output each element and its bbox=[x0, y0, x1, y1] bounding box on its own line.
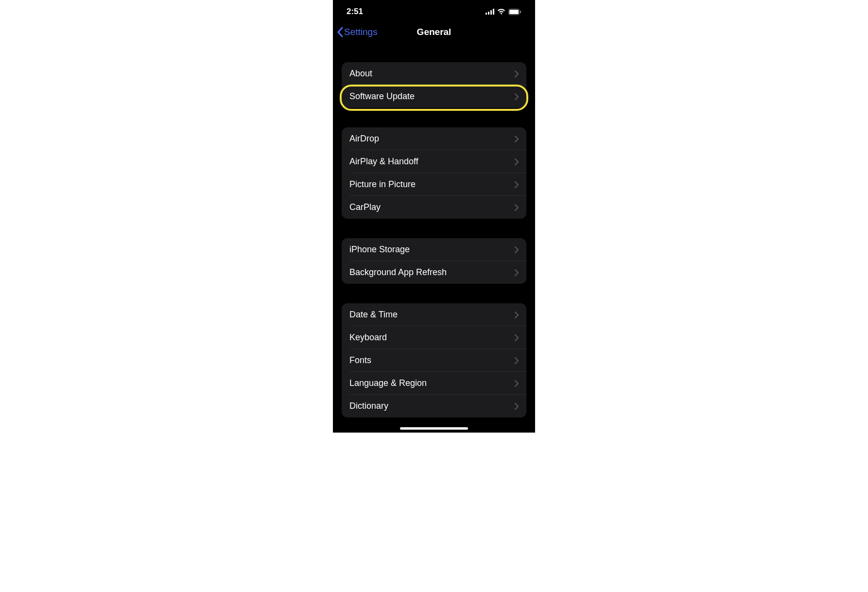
chevron-right-icon bbox=[515, 136, 519, 142]
row-label: Fonts bbox=[349, 355, 371, 366]
status-bar: 2:51 bbox=[333, 0, 535, 21]
phone-frame: 2:51 bbox=[333, 0, 535, 433]
row-label: CarPlay bbox=[349, 202, 381, 212]
chevron-right-icon bbox=[515, 269, 519, 276]
svg-rect-5 bbox=[509, 10, 519, 14]
settings-row-airdrop[interactable]: AirDrop bbox=[342, 127, 526, 150]
row-label: Dictionary bbox=[349, 401, 388, 411]
row-label: AirDrop bbox=[349, 134, 379, 144]
settings-row-software-update[interactable]: Software Update bbox=[342, 85, 526, 108]
settings-row-fonts[interactable]: Fonts bbox=[342, 349, 526, 372]
settings-row-carplay[interactable]: CarPlay bbox=[342, 196, 526, 219]
chevron-right-icon bbox=[515, 158, 519, 165]
nav-bar: Settings General bbox=[333, 21, 535, 43]
settings-row-language-region[interactable]: Language & Region bbox=[342, 372, 526, 395]
svg-rect-2 bbox=[490, 10, 492, 15]
chevron-right-icon bbox=[515, 181, 519, 188]
svg-rect-1 bbox=[488, 12, 489, 15]
row-label: Language & Region bbox=[349, 378, 427, 388]
cellular-signal-icon bbox=[486, 9, 494, 15]
back-label: Settings bbox=[344, 27, 378, 37]
row-label: Software Update bbox=[349, 91, 415, 102]
settings-row-dictionary[interactable]: Dictionary bbox=[342, 395, 526, 418]
settings-row-date-time[interactable]: Date & Time bbox=[342, 303, 526, 326]
settings-group: About Software Update bbox=[342, 62, 526, 108]
row-label: About bbox=[349, 69, 372, 79]
row-label: Background App Refresh bbox=[349, 267, 447, 278]
row-label: iPhone Storage bbox=[349, 244, 410, 255]
settings-row-iphone-storage[interactable]: iPhone Storage bbox=[342, 238, 526, 261]
wifi-icon bbox=[497, 9, 505, 15]
settings-row-airplay-handoff[interactable]: AirPlay & Handoff bbox=[342, 150, 526, 173]
svg-rect-0 bbox=[486, 13, 487, 15]
battery-icon bbox=[508, 9, 521, 15]
chevron-right-icon bbox=[515, 403, 519, 410]
chevron-right-icon bbox=[515, 312, 519, 318]
back-button[interactable]: Settings bbox=[337, 27, 378, 37]
settings-group: iPhone Storage Background App Refresh bbox=[342, 238, 526, 284]
chevron-right-icon bbox=[515, 334, 519, 341]
chevron-right-icon bbox=[515, 70, 519, 77]
home-indicator[interactable] bbox=[400, 427, 468, 430]
settings-row-keyboard[interactable]: Keyboard bbox=[342, 326, 526, 349]
page-title: General bbox=[417, 27, 451, 37]
chevron-left-icon bbox=[337, 27, 343, 37]
row-label: Picture in Picture bbox=[349, 179, 416, 190]
status-icons bbox=[486, 9, 521, 15]
status-time: 2:51 bbox=[347, 7, 363, 17]
svg-rect-3 bbox=[493, 9, 494, 15]
svg-rect-6 bbox=[520, 11, 521, 13]
settings-row-picture-in-picture[interactable]: Picture in Picture bbox=[342, 173, 526, 196]
settings-group: Date & Time Keyboard Fonts bbox=[342, 303, 526, 418]
row-label: AirPlay & Handoff bbox=[349, 157, 418, 167]
row-label: Keyboard bbox=[349, 332, 387, 343]
settings-row-about[interactable]: About bbox=[342, 62, 526, 85]
chevron-right-icon bbox=[515, 204, 519, 211]
settings-group: AirDrop AirPlay & Handoff Picture in Pic… bbox=[342, 127, 526, 219]
row-label: Date & Time bbox=[349, 310, 398, 320]
settings-content: About Software Update AirDrop bbox=[333, 62, 535, 418]
chevron-right-icon bbox=[515, 380, 519, 387]
chevron-right-icon bbox=[515, 93, 519, 100]
chevron-right-icon bbox=[515, 357, 519, 364]
chevron-right-icon bbox=[515, 246, 519, 253]
settings-row-background-app-refresh[interactable]: Background App Refresh bbox=[342, 261, 526, 284]
